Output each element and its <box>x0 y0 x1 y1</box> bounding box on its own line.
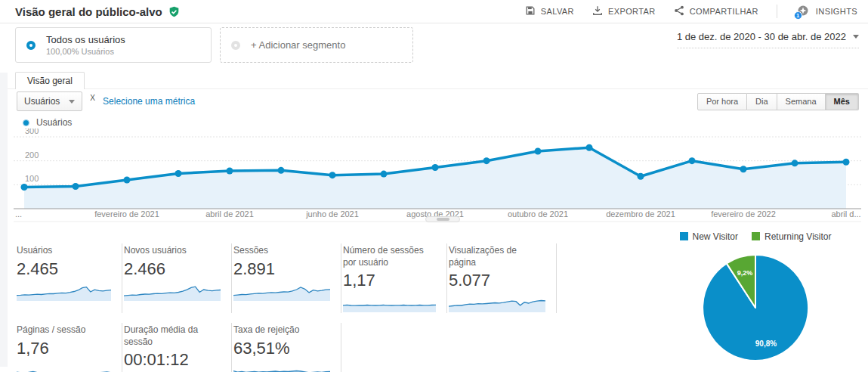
page-header: Visão geral do público-alvo SALVAR EXPOR… <box>0 0 868 23</box>
metric-card: Usuários2.465 <box>15 243 122 313</box>
svg-text:abril d...: abril d... <box>831 209 860 219</box>
segment-title: Todos os usuários <box>46 34 125 46</box>
metric-label: Visualizações de página <box>449 245 545 268</box>
metric-card: Taxa de rejeição63,51% <box>232 323 341 372</box>
share-icon <box>674 5 684 17</box>
svg-text:...: ... <box>15 209 22 219</box>
insights-badge: 1 <box>794 11 802 20</box>
metric-label: Taxa de rejeição <box>233 324 330 336</box>
legend-label: Usuários <box>36 117 72 128</box>
metric-card: Novos usuários2.466 <box>122 243 232 313</box>
header-divider <box>777 5 777 18</box>
metric-sparkline <box>343 293 436 313</box>
save-button[interactable]: SALVAR <box>525 5 574 17</box>
segment-all-users[interactable]: Todos os usuários 100,00% Usuários <box>15 27 212 63</box>
chart-scrollbar-thumb[interactable] <box>437 218 449 221</box>
granularity-dia[interactable]: Dia <box>747 93 777 110</box>
metric-value: 63,51% <box>233 339 330 358</box>
metric-sparkline <box>233 361 330 372</box>
metric-value: 2.466 <box>124 259 221 279</box>
svg-text:junho de 2021: junho de 2021 <box>305 209 359 219</box>
metric-cards-row-2: Páginas / sessão1,76Duração média da ses… <box>15 323 557 372</box>
chevron-down-icon <box>69 100 75 104</box>
svg-text:dezembro de 2021: dezembro de 2021 <box>606 209 675 219</box>
header-actions: SALVAR EXPORTAR COMPARTILHAR 1 <box>525 5 857 18</box>
metric-sparkline <box>17 361 111 372</box>
chart-scrollbar[interactable] <box>425 216 460 222</box>
metric-card: Páginas / sessão1,76 <box>15 323 122 372</box>
tab-visao-geral[interactable]: Visão geral <box>15 72 85 89</box>
granularity-mes[interactable]: Mês <box>826 93 859 110</box>
svg-text:fevereiro de 2022: fevereiro de 2022 <box>711 209 776 219</box>
metric-cards: Usuários2.465Novos usuários2.466Sessões2… <box>15 243 557 372</box>
granularity-button-group: Por hora Dia Semana Mês <box>697 93 859 110</box>
svg-text:200: 200 <box>25 150 39 160</box>
metric-value: 00:01:12 <box>124 350 221 370</box>
metric-card: Duração média da sessão00:01:12 <box>122 323 232 372</box>
export-button[interactable]: EXPORTAR <box>592 5 656 17</box>
metric-label: Novos usuários <box>124 245 221 257</box>
insights-button[interactable]: 1 INSIGHTS <box>795 5 857 18</box>
chevron-down-icon <box>853 35 859 39</box>
metric-label: Duração média da sessão <box>124 324 221 348</box>
save-icon <box>525 5 536 17</box>
legend-dot-icon <box>23 119 29 126</box>
metric-label: Usuários <box>17 245 111 257</box>
add-segment-button[interactable]: + Adicionar segmento <box>220 27 413 63</box>
segment-subtitle: 100,00% Usuários <box>46 47 125 56</box>
users-line-chart[interactable]: 100200300...fevereiro de 2021abril de 20… <box>0 129 868 225</box>
select-metric-link[interactable]: Selecione uma métrica <box>103 96 195 107</box>
metric-value: 1,76 <box>17 339 111 358</box>
metric-sparkline <box>17 282 111 302</box>
date-range-selector[interactable]: 1 de dez. de 2020 - 30 de abr. de 2022 <box>677 31 859 48</box>
metric-sparkline <box>449 293 545 313</box>
svg-text:100: 100 <box>25 174 39 183</box>
metric-value: 2.891 <box>233 259 330 279</box>
segment-ring-icon <box>26 41 36 50</box>
tab-bar: Visão geral <box>8 72 868 89</box>
svg-text:9,2%: 9,2% <box>737 269 753 277</box>
add-segment-label: + Adicionar segmento <box>251 39 345 51</box>
metric-label: Sessões <box>233 245 330 257</box>
remove-metric-x[interactable]: X <box>90 91 95 102</box>
svg-text:abril de 2021: abril de 2021 <box>205 209 254 219</box>
line-chart-legend: Usuários <box>23 117 72 128</box>
new-visitor-swatch-icon <box>680 232 688 240</box>
metric-cards-row-1: Usuários2.465Novos usuários2.466Sessões2… <box>15 243 557 313</box>
metric-value: 2.465 <box>17 259 111 279</box>
svg-text:fevereiro de 2021: fevereiro de 2021 <box>94 209 159 219</box>
metric-sparkline <box>233 282 330 302</box>
svg-text:90,8%: 90,8% <box>755 339 777 348</box>
pie-legend-returning-visitor: Returning Visitor <box>752 231 832 242</box>
page-title: Visão geral do público-alvo <box>15 5 162 18</box>
metric-sparkline <box>124 282 221 302</box>
insights-icon: 1 <box>795 5 811 18</box>
date-range-text: 1 de dez. de 2020 - 30 de abr. de 2022 <box>677 31 846 42</box>
share-button[interactable]: COMPARTILHAR <box>674 5 758 17</box>
metric-card: Visualizações de página5.077 <box>447 243 557 313</box>
svg-text:300: 300 <box>25 129 39 135</box>
visitor-type-pie-chart[interactable]: 90,8%9,2% <box>700 252 811 364</box>
segments-row: Todos os usuários 100,00% Usuários + Adi… <box>15 27 413 63</box>
pie-legend: New Visitor Returning Visitor <box>665 231 846 242</box>
chart-controls: Usuários X Selecione uma métrica Por hor… <box>17 91 859 111</box>
metric-value: 5.077 <box>449 271 545 290</box>
visitor-pie-section: New Visitor Returning Visitor 90,8%9,2% <box>665 231 846 364</box>
metric-label: Número de sessões por usuário <box>343 245 436 268</box>
audience-overview-page: Visão geral do público-alvo SALVAR EXPOR… <box>0 0 868 372</box>
metric-value: 1,17 <box>343 271 436 290</box>
segment-ring-icon-gray <box>231 41 240 50</box>
metric-label: Páginas / sessão <box>17 324 111 336</box>
svg-text:outubro de 2021: outubro de 2021 <box>508 209 568 219</box>
metric-card: Sessões2.891 <box>232 243 341 313</box>
metric-card: Número de sessões por usuário1,17 <box>341 243 447 313</box>
metric-dropdown[interactable]: Usuários <box>17 91 82 111</box>
pie-legend-new-visitor: New Visitor <box>680 231 738 242</box>
export-icon <box>592 5 603 17</box>
granularity-por-hora[interactable]: Por hora <box>697 93 747 110</box>
verified-shield-icon <box>168 6 180 17</box>
returning-visitor-swatch-icon <box>752 232 760 240</box>
granularity-semana[interactable]: Semana <box>777 93 826 110</box>
